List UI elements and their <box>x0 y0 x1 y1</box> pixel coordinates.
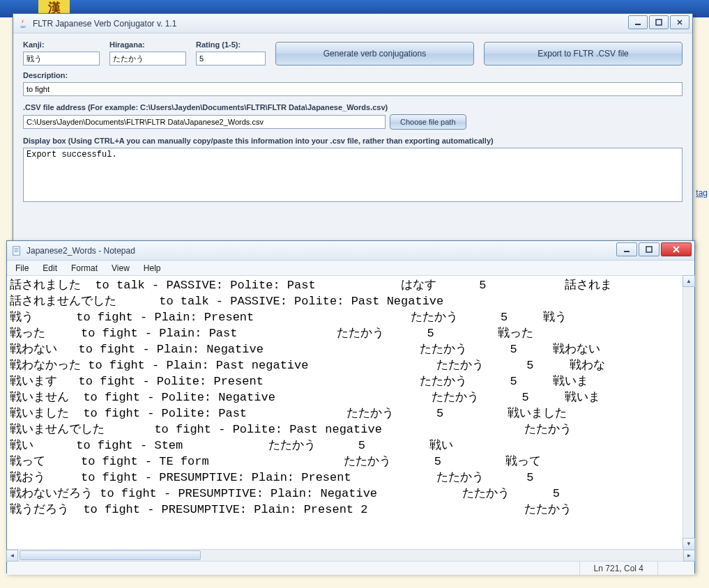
cursor-position: Ln 721, Col 4 <box>579 562 657 575</box>
conjugator-titlebar[interactable]: FLTR Japanese Verb Conjugator v. 1.1 <box>13 14 692 33</box>
display-box[interactable]: Export successful. <box>23 148 683 202</box>
notepad-close-button[interactable] <box>661 242 692 256</box>
window-buttons <box>628 15 689 29</box>
menu-help[interactable]: Help <box>138 262 167 274</box>
conjugator-window: FLTR Japanese Verb Conjugator v. 1.1 Kan… <box>13 13 693 250</box>
conjugator-body: Kanji: Hiragana: Rating (1-5): Generate … <box>13 33 692 210</box>
minimize-button[interactable] <box>628 15 648 29</box>
svg-rect-1 <box>656 20 662 25</box>
notepad-statusbar: Ln 721, Col 4 <box>7 561 694 575</box>
kanji-label: Kanji: <box>23 40 100 49</box>
svg-rect-4 <box>646 247 652 252</box>
rating-input[interactable] <box>196 52 266 65</box>
menu-file[interactable]: File <box>10 262 34 274</box>
csv-address-label: .CSV file address (For example: C:\Users… <box>23 103 683 111</box>
generate-button[interactable]: Generate verb conjugations <box>275 42 474 65</box>
notepad-menubar: File Edit Format View Help <box>7 261 694 276</box>
hiragana-label: Hiragana: <box>109 40 186 49</box>
notepad-minimize-button[interactable] <box>616 242 637 256</box>
notepad-title: Japanese2_Words - Notepad <box>26 246 135 256</box>
notepad-content[interactable]: 話されました to talk - PASSIVE: Polite: Past は… <box>7 276 694 549</box>
export-button[interactable]: Export to FLTR .CSV file <box>484 42 683 65</box>
conjugator-title: FLTR Japanese Verb Conjugator v. 1.1 <box>33 19 176 29</box>
menu-edit[interactable]: Edit <box>37 262 63 274</box>
notepad-titlebar[interactable]: Japanese2_Words - Notepad <box>7 241 694 261</box>
horizontal-scrollbar[interactable]: ◄ ► <box>7 549 694 561</box>
rating-label: Rating (1-5): <box>196 40 266 49</box>
horizontal-scroll-thumb[interactable] <box>20 550 201 560</box>
background-link: tag <box>696 188 708 198</box>
description-input[interactable] <box>23 82 683 96</box>
notepad-icon <box>11 245 22 256</box>
close-button[interactable] <box>670 15 689 29</box>
svg-rect-0 <box>635 24 641 25</box>
java-icon <box>17 18 29 29</box>
scroll-right-button[interactable]: ► <box>683 550 695 562</box>
menu-format[interactable]: Format <box>66 262 103 274</box>
scroll-up-button[interactable]: ▲ <box>683 275 695 287</box>
maximize-button[interactable] <box>649 15 669 29</box>
kanji-input[interactable] <box>23 52 100 65</box>
choose-file-button[interactable]: Choose file path <box>390 114 466 130</box>
notepad-window: Japanese2_Words - Notepad File Edit Form… <box>6 240 695 573</box>
display-box-label: Display box (Using CTRL+A you can manual… <box>23 137 683 145</box>
vertical-scrollbar[interactable]: ▲ ▼ <box>683 276 694 549</box>
scroll-down-button[interactable]: ▼ <box>683 538 695 550</box>
csv-path-input[interactable] <box>23 115 386 129</box>
notepad-maximize-button[interactable] <box>639 242 660 256</box>
menu-view[interactable]: View <box>106 262 135 274</box>
scroll-left-button[interactable]: ◄ <box>6 550 18 562</box>
svg-rect-3 <box>624 251 630 252</box>
notepad-window-buttons <box>616 242 692 256</box>
hiragana-input[interactable] <box>109 52 186 65</box>
notepad-text-area[interactable]: 話されました to talk - PASSIVE: Polite: Past は… <box>7 276 694 549</box>
description-label: Description: <box>23 71 683 79</box>
